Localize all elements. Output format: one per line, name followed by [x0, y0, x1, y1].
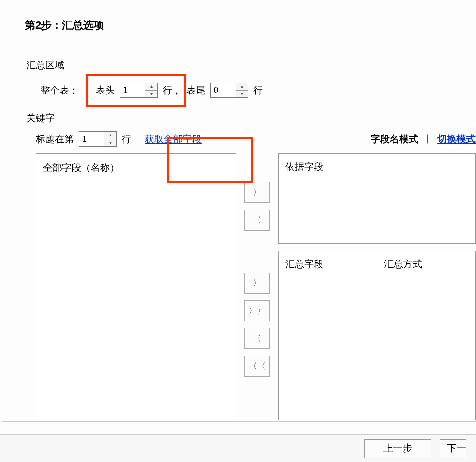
move-right-basis-button[interactable]: 〉 [244, 182, 270, 203]
page-title: 第2步：汇总选项 [0, 0, 476, 32]
all-fields-listbox[interactable]: 全部字段（名称） [36, 153, 236, 420]
region-row: 整个表： 表头 ▴ ▾ 行， 表尾 ▴ ▾ 行 [26, 78, 476, 102]
summary-method-col: 汇总方式 [377, 251, 476, 420]
move-left-summary-button[interactable]: 〈 [244, 328, 270, 349]
basis-fields-listbox[interactable]: 依据字段 [278, 153, 476, 244]
basis-fields-label: 依据字段 [285, 161, 323, 172]
mode-separator: 丨 [423, 133, 433, 146]
footer-input[interactable] [211, 83, 236, 97]
region-fieldset: 汇总区域 整个表： 表头 ▴ ▾ 行， 表尾 ▴ ▾ 行 [26, 59, 476, 102]
header-spinner[interactable]: ▴ ▾ [120, 83, 158, 98]
title-row-spinner-down[interactable]: ▾ [104, 139, 116, 147]
switch-mode-link[interactable]: 切换模式 [437, 133, 476, 146]
move-all-right-button[interactable]: 〉〉 [244, 300, 270, 321]
header-label: 表头 [96, 84, 115, 97]
footer-label: 表尾 [186, 84, 206, 97]
title-row-spinner[interactable]: ▴ ▾ [79, 131, 117, 147]
row-unit-2: 行 [253, 84, 263, 97]
keyword-legend: 关键字 [26, 112, 476, 125]
columns-layout: 全部字段（名称） 〉 〈 〉 〉〉 〈 〈〈 依据字段 [26, 153, 476, 420]
header-spinner-down[interactable]: ▾ [145, 91, 157, 98]
title-row: 标题在第 ▴ ▾ 行 获取全部字段 字段名模式 丨 切换模式 [26, 131, 476, 147]
arrow-column: 〉 〈 〉 〉〉 〈 〈〈 [243, 153, 271, 420]
all-fields-label: 全部字段（名称） [43, 162, 119, 173]
move-all-left-button[interactable]: 〈〈 [244, 356, 270, 377]
summary-fields-col: 汇总字段 [279, 251, 377, 420]
title-row-spinner-up[interactable]: ▴ [104, 132, 116, 139]
move-right-summary-button[interactable]: 〉 [244, 273, 270, 294]
next-button[interactable]: 下一 [440, 439, 466, 458]
keyword-fieldset: 关键字 标题在第 ▴ ▾ 行 获取全部字段 字段名模式 丨 切换模式 全部字段（… [26, 112, 476, 420]
title-row-unit: 行 [122, 133, 131, 146]
footer-spinner-up[interactable]: ▴ [236, 83, 248, 91]
main-panel: 汇总区域 整个表： 表头 ▴ ▾ 行， 表尾 ▴ ▾ 行 [2, 50, 476, 422]
title-at-label: 标题在第 [36, 133, 74, 146]
header-input[interactable] [120, 83, 145, 97]
prev-button[interactable]: 上一步 [364, 439, 431, 458]
move-left-basis-button[interactable]: 〈 [244, 210, 270, 231]
region-legend: 汇总区域 [26, 59, 476, 72]
header-spinner-up[interactable]: ▴ [145, 83, 157, 91]
summary-fields-label: 汇总字段 [285, 259, 323, 269]
field-name-mode-label: 字段名模式 [371, 133, 418, 146]
footer-spinner-down[interactable]: ▾ [236, 91, 248, 98]
footer-spinner[interactable]: ▴ ▾ [210, 83, 248, 98]
whole-table-label: 整个表： [41, 84, 79, 97]
get-all-fields-link[interactable]: 获取全部字段 [145, 133, 202, 146]
footer-bar: 上一步 下一 [0, 434, 476, 462]
summary-fields-box[interactable]: 汇总字段 汇总方式 [278, 251, 476, 420]
summary-method-label: 汇总方式 [384, 259, 422, 269]
row-unit-1: 行， [163, 84, 182, 97]
title-row-input[interactable] [79, 132, 104, 146]
